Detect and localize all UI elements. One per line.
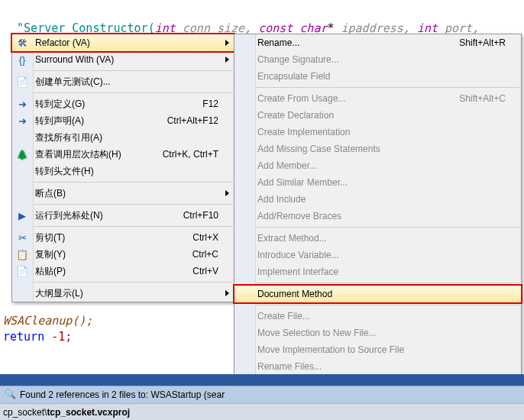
menu-item-t[interactable]: ✂剪切(T)Ctrl+X (12, 229, 234, 246)
menu-item-label: Add Include (257, 194, 506, 205)
refactor-submenu[interactable]: Rename...Shift+Alt+RChange Signature...E… (234, 34, 522, 420)
menu-separator (256, 305, 519, 305)
menu-item-label: Refactor (VA) (35, 37, 218, 48)
Surround With (VA)-icon: {} (15, 53, 29, 66)
menu-item-rename[interactable]: Rename...Shift+Alt+R (235, 34, 521, 51)
menu-item-label: Change Signature... (257, 54, 506, 65)
menu-item-label: 复制(Y) (35, 248, 183, 261)
menu-item-create-file: Create File... (235, 308, 521, 325)
menu-item-label: Add Similar Member... (257, 177, 506, 188)
panel-header (0, 374, 524, 386)
menu-item-label: Introduce Variable... (257, 250, 506, 260)
menu-item-label: Rename... (257, 37, 450, 48)
menu-shortcut: F12 (202, 99, 218, 109)
menu-item-label: 转到声明(A) (35, 115, 158, 128)
menu-item-create-implementation: Create Implementation (235, 124, 521, 141)
menu-item-label: Surround With (VA) (35, 54, 218, 65)
menu-item-label: Create From Usage... (257, 93, 450, 104)
menu-item-introduce-variable: Introduce Variable... (235, 247, 521, 263)
menu-item-label: 查看调用层次结构(H) (35, 148, 154, 161)
menu-shortcut: Shift+Alt+C (459, 93, 506, 104)
tab-path: cp_socket\ (3, 407, 47, 418)
menu-item-label: Add/Remove Braces (257, 211, 506, 221)
menu-item-move-implementation-to-source-file: Move Implementation to Source File (235, 341, 521, 358)
menu-item-label: 运行到光标处(N) (35, 209, 174, 222)
menu-item-a[interactable]: ➜转到声明(A)Ctrl+Alt+F12 (12, 112, 234, 129)
menu-shortcut: Ctrl+F10 (183, 210, 218, 221)
menu-item-label: Move Selection to New File... (257, 328, 506, 338)
menu-item-rename-files: Rename Files... (235, 358, 521, 375)
复制(Y)-icon: 📋 (15, 247, 29, 261)
查看调用层次结构(H)-icon: 🌲 (15, 147, 29, 161)
menu-separator (34, 204, 232, 205)
menu-item-l[interactable]: 大纲显示(L) (12, 285, 234, 302)
tab-filename: tcp_socket.vcxproj (47, 407, 130, 418)
menu-item-b[interactable]: 断点(B) (12, 185, 234, 202)
menu-item-h[interactable]: 转到头文件(H) (12, 163, 234, 179)
submenu-arrow-icon (225, 190, 229, 196)
menu-separator (256, 283, 519, 283)
menu-item-label: 创建单元测试(C)... (35, 76, 218, 89)
menu-shortcut: Ctrl+Alt+F12 (167, 115, 218, 126)
submenu-arrow-icon (225, 40, 229, 46)
menu-item-label: 查找所有引用(A) (35, 131, 218, 144)
menu-item-p[interactable]: 📄粘贴(P)Ctrl+V (12, 263, 234, 279)
menu-item-label: Create Implementation (257, 127, 506, 137)
menu-item-label: Move Implementation to Source File (257, 344, 506, 355)
menu-item-add-missing-case-statements: Add Missing Case Statements (235, 141, 521, 157)
code-line-top: "Server Constructor(int conn_size, const… (3, 8, 486, 35)
context-menu[interactable]: 🛠Refactor (VA){}Surround With (VA)📄创建单元测… (11, 34, 235, 302)
menu-item-a[interactable]: 查找所有引用(A) (12, 129, 234, 146)
menu-item-n[interactable]: ▶运行到光标处(N)Ctrl+F10 (12, 207, 234, 224)
tab-bar: cp_socket\tcp_socket.vcxproj (0, 403, 524, 420)
menu-shortcut: Ctrl+C (192, 249, 218, 260)
menu-item-change-signature: Change Signature... (235, 51, 521, 68)
code-line-bottom1: WSACleanup(); (3, 313, 92, 328)
menu-item-label: 转到头文件(H) (35, 165, 218, 178)
menu-item-label: Add Missing Case Statements (257, 144, 506, 154)
menu-item-encapsulate-field: Encapsulate Field (235, 68, 521, 85)
menu-item-document-method[interactable]: Document Method (234, 285, 522, 303)
menu-separator (256, 227, 519, 228)
menu-item-c[interactable]: 📄创建单元测试(C)... (12, 73, 234, 90)
menu-item-add-include: Add Include (235, 191, 521, 208)
menu-item-label: 大纲显示(L) (35, 287, 218, 300)
menu-item-label: Create File... (257, 311, 506, 321)
menu-item-y[interactable]: 📋复制(Y)Ctrl+C (12, 246, 234, 263)
menu-item-h[interactable]: 🌲查看调用层次结构(H)Ctrl+K, Ctrl+T (12, 146, 234, 163)
menu-separator (256, 87, 519, 88)
menu-item-g[interactable]: ➜转到定义(G)F12 (12, 95, 234, 112)
menu-item-label: Extract Method... (257, 233, 506, 244)
submenu-arrow-icon (225, 57, 229, 63)
menu-item-surround-with-va[interactable]: {}Surround With (VA) (12, 51, 234, 68)
menu-separator (34, 282, 232, 283)
剪切(T)-icon: ✂ (15, 231, 29, 244)
创建单元测试(C)...-icon: 📄 (15, 75, 29, 89)
menu-item-create-declaration: Create Declaration (235, 107, 521, 124)
menu-item-label: Add Member... (257, 160, 506, 171)
转到声明(A)-icon: ➜ (15, 114, 29, 128)
submenu-arrow-icon (225, 290, 229, 296)
menu-item-refactor-va[interactable]: 🛠Refactor (VA) (11, 34, 235, 52)
menu-item-label: 转到定义(G) (35, 98, 193, 111)
menu-shortcut: Ctrl+X (192, 232, 218, 243)
menu-item-label: 断点(B) (35, 187, 218, 200)
menu-item-add-similar-member: Add Similar Member... (235, 174, 521, 191)
menu-item-label: Encapsulate Field (257, 71, 506, 82)
menu-item-add-remove-braces: Add/Remove Braces (235, 208, 521, 225)
menu-item-create-from-usage: Create From Usage...Shift+Alt+C (235, 90, 521, 107)
menu-item-add-member: Add Member... (235, 157, 521, 174)
menu-separator (34, 92, 232, 93)
menu-shortcut: Shift+Alt+R (459, 37, 506, 48)
menu-item-move-selection-to-new-file: Move Selection to New File... (235, 325, 521, 341)
Refactor (VA)-icon: 🛠 (15, 36, 29, 50)
转到定义(G)-icon: ➜ (15, 97, 29, 111)
menu-item-label: Create Declaration (257, 110, 506, 121)
menu-item-label: Implement Interface (257, 267, 506, 277)
menu-item-label: Document Method (257, 289, 506, 299)
粘贴(P)-icon: 📄 (15, 264, 29, 278)
menu-shortcut: Ctrl+V (192, 266, 218, 276)
运行到光标处(N)-icon: ▶ (15, 208, 29, 222)
code-line-bottom2: return -1; (3, 330, 72, 344)
menu-shortcut: Ctrl+K, Ctrl+T (163, 149, 218, 160)
